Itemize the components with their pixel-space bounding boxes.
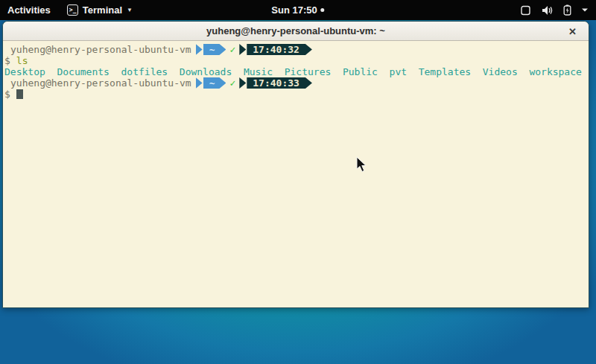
terminal-cursor [16,89,23,99]
chevron-down-icon [581,7,589,13]
app-menu-label: Terminal [83,4,122,16]
top-bar-left: Activities >_ Terminal ▼ [0,4,133,16]
window-title: yuheng@henry-personal-ubuntu-vm: ~ [206,25,385,36]
battery-charging-icon [563,4,571,16]
input-line: $ [4,89,587,100]
clock-button[interactable]: Sun 17:50 [271,0,324,20]
powerline-arrow-icon [239,44,246,55]
command-line: $ ls [4,55,587,66]
prompt-username: yuheng@henry-personal-ubuntu-vm [10,77,191,89]
mouse-cursor-icon [356,156,367,173]
terminal-window: yuheng@henry-personal-ubuntu-vm: ~ ✕ yuh… [2,21,589,308]
status-check-icon: ✓ [229,44,235,55]
notification-dot-icon [321,8,325,12]
prompt-time: 17:40:32 [253,44,299,55]
activities-button[interactable]: Activities [7,4,51,16]
screen: Activities >_ Terminal ▼ Sun 17:50 [0,0,596,364]
prompt-path-segment: ~ [203,77,226,89]
prompt-time-segment: 17:40:32 [247,44,312,55]
terminal-screen[interactable]: yuheng@henry-personal-ubuntu-vm ~ ✓ 17:4… [3,41,589,307]
prompt-username: yuheng@henry-personal-ubuntu-vm [10,44,191,55]
prompt-time-segment: 17:40:33 [247,77,312,89]
system-menu[interactable] [520,0,590,20]
volume-icon [541,5,554,16]
top-bar: Activities >_ Terminal ▼ Sun 17:50 [0,0,596,20]
chevron-down-icon: ▼ [127,7,133,13]
status-check-icon: ✓ [229,77,235,89]
powerline-arrow-icon [239,77,246,89]
prompt-dollar: $ [4,55,10,66]
prompt-time: 17:40:33 [253,77,299,89]
prompt-path-segment: ~ [203,44,226,55]
prompt-path: ~ [209,77,215,89]
prompt-line-2: yuheng@henry-personal-ubuntu-vm ~ ✓ 17:4… [4,77,587,89]
close-button[interactable]: ✕ [568,26,577,36]
desktop-background: yuheng@henry-personal-ubuntu-vm: ~ ✕ yuh… [0,20,596,364]
window-titlebar[interactable]: yuheng@henry-personal-ubuntu-vm: ~ ✕ [3,22,589,41]
powerline-arrow-icon [196,44,203,55]
clock-label: Sun 17:50 [271,4,317,16]
prompt-dollar: $ [4,89,10,100]
command-text: ls [16,55,28,66]
powerline-arrow-icon [196,77,203,89]
screen-share-icon [520,5,531,16]
prompt-path: ~ [209,44,215,55]
app-menu[interactable]: >_ Terminal ▼ [67,4,133,16]
terminal-icon: >_ [67,4,78,16]
prompt-line-1: yuheng@henry-personal-ubuntu-vm ~ ✓ 17:4… [4,44,587,55]
directory-listing: Desktop Documents dotfiles Downloads Mus… [4,66,587,77]
